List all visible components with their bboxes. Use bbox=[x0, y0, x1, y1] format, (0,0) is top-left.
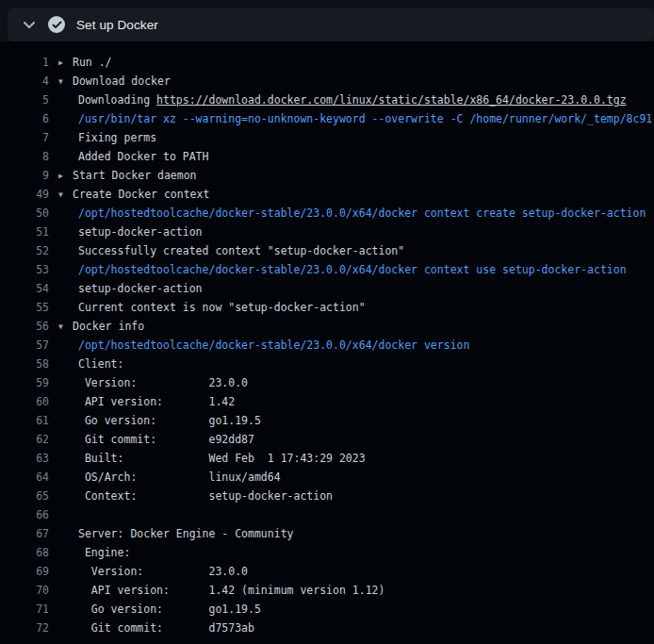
line-content: Server: Docker Engine - Community bbox=[78, 524, 293, 543]
line-number-link[interactable]: 69 bbox=[0, 562, 49, 581]
line-number-link[interactable]: 50 bbox=[0, 204, 49, 223]
log-link[interactable]: https://download.docker.com/linux/static… bbox=[156, 93, 627, 107]
log-text: setup-docker-action bbox=[78, 225, 203, 239]
log-text: Git commit: d7573ab bbox=[78, 621, 254, 635]
log-line: 54 setup-docker-action bbox=[0, 279, 654, 298]
log-line: 63 Built: Wed Feb 1 17:43:29 2023 bbox=[0, 449, 654, 468]
line-number-link[interactable]: 65 bbox=[0, 487, 49, 505]
command-text: /usr/bin/tar xz --warning=no-unknown-key… bbox=[78, 112, 652, 125]
line-number-link[interactable]: 64 bbox=[0, 468, 49, 487]
log-header-zone: Set up Docker bbox=[0, 0, 654, 41]
log-group-line[interactable]: 56 ▼Docker info bbox=[0, 317, 654, 336]
line-number-link[interactable]: 51 bbox=[0, 223, 49, 241]
line-number-link[interactable]: 1 bbox=[0, 53, 49, 72]
line-content: /opt/hostedtoolcache/docker-stable/23.0.… bbox=[78, 336, 469, 355]
line-content: ▶Run ./ bbox=[58, 53, 112, 72]
line-number-link[interactable]: 67 bbox=[0, 524, 49, 543]
line-number-link[interactable]: 5 bbox=[0, 91, 49, 109]
log-group-line[interactable]: 1 ▶Run ./ bbox=[0, 53, 654, 72]
log-line: 51 setup-docker-action bbox=[0, 223, 654, 241]
log-text: Context: setup-docker-action bbox=[78, 489, 333, 503]
log-group-line[interactable]: 4 ▼Download docker bbox=[0, 72, 654, 91]
line-content: Downloading https://download.docker.com/… bbox=[78, 91, 627, 109]
group-title: Run ./ bbox=[73, 56, 112, 69]
line-content: /opt/hostedtoolcache/docker-stable/23.0.… bbox=[78, 260, 627, 279]
log-text: Server: Docker Engine - Community bbox=[78, 527, 293, 540]
line-content: setup-docker-action bbox=[78, 279, 203, 298]
log-text: Version: 23.0.0 bbox=[78, 376, 248, 389]
check-circle-icon bbox=[48, 16, 65, 33]
log-line: 62 Git commit: e92dd87 bbox=[0, 430, 654, 449]
command-text: /opt/hostedtoolcache/docker-stable/23.0.… bbox=[78, 339, 469, 352]
line-number-link[interactable]: 8 bbox=[0, 147, 49, 166]
log-line: 72 Git commit: d7573ab bbox=[0, 619, 654, 637]
line-content: Context: setup-docker-action bbox=[78, 487, 333, 505]
triangle-down-icon[interactable]: ▼ bbox=[58, 73, 73, 91]
command-text: /opt/hostedtoolcache/docker-stable/23.0.… bbox=[78, 206, 646, 220]
line-number-link[interactable]: 68 bbox=[0, 543, 49, 562]
triangle-down-icon[interactable]: ▼ bbox=[58, 186, 73, 204]
line-number-link[interactable]: 52 bbox=[0, 241, 49, 260]
log-line: 5 Downloading https://download.docker.co… bbox=[0, 91, 654, 109]
log-line: 58 Client: bbox=[0, 355, 654, 373]
line-content: Git commit: d7573ab bbox=[78, 619, 254, 637]
log-line: 50 /opt/hostedtoolcache/docker-stable/23… bbox=[0, 204, 654, 223]
line-number-link[interactable]: 49 bbox=[0, 185, 49, 204]
log-group-line[interactable]: 9 ▶Start Docker daemon bbox=[0, 166, 654, 185]
log-line: 6 /usr/bin/tar xz --warning=no-unknown-k… bbox=[0, 109, 654, 128]
log-line: 61 Go version: go1.19.5 bbox=[0, 411, 654, 430]
line-number-link[interactable]: 61 bbox=[0, 411, 49, 430]
line-number-link[interactable]: 59 bbox=[0, 373, 49, 392]
group-title: Download docker bbox=[73, 74, 171, 88]
line-number-link[interactable]: 4 bbox=[0, 72, 49, 91]
line-number-link[interactable]: 57 bbox=[0, 336, 49, 355]
line-number-link[interactable]: 63 bbox=[0, 449, 49, 468]
log-text: Client: bbox=[78, 357, 123, 371]
line-number-link[interactable]: 55 bbox=[0, 298, 49, 317]
log-group-line[interactable]: 49 ▼Create Docker context bbox=[0, 185, 654, 204]
line-content: Go version: go1.19.5 bbox=[78, 411, 261, 430]
triangle-right-icon[interactable]: ▶ bbox=[58, 54, 73, 72]
line-number-link[interactable]: 70 bbox=[0, 581, 49, 600]
chevron-down-icon[interactable] bbox=[23, 21, 36, 29]
line-number-link[interactable]: 62 bbox=[0, 430, 49, 449]
log-line: 7 Fixing perms bbox=[0, 128, 654, 147]
line-number-link[interactable]: 53 bbox=[0, 260, 49, 279]
line-number-link[interactable]: 6 bbox=[0, 109, 49, 128]
log-text: Successfully created context "setup-dock… bbox=[78, 244, 404, 257]
log-text: Version: 23.0.0 bbox=[78, 565, 248, 578]
line-number-link[interactable]: 60 bbox=[0, 392, 49, 411]
log-text: API version: 1.42 (minimum version 1.12) bbox=[78, 584, 384, 597]
line-number-link[interactable]: 58 bbox=[0, 355, 49, 373]
step-header[interactable]: Set up Docker bbox=[8, 8, 654, 41]
line-number-link[interactable]: 7 bbox=[0, 128, 49, 147]
log-line: 60 API version: 1.42 bbox=[0, 392, 654, 411]
line-number-link[interactable]: 54 bbox=[0, 279, 49, 298]
log-text: API version: 1.42 bbox=[78, 395, 235, 408]
log-line: 67 Server: Docker Engine - Community bbox=[0, 524, 654, 543]
line-number-link[interactable]: 72 bbox=[0, 619, 49, 637]
line-number-link[interactable]: 9 bbox=[0, 166, 49, 185]
line-content: ▶Start Docker daemon bbox=[58, 166, 197, 185]
line-number-link[interactable]: 66 bbox=[0, 505, 49, 524]
log-text: Built: Wed Feb 1 17:43:29 2023 bbox=[78, 452, 366, 465]
log-line: 53 /opt/hostedtoolcache/docker-stable/23… bbox=[0, 260, 654, 279]
line-number-link[interactable]: 71 bbox=[0, 600, 49, 619]
line-content: Built: Wed Feb 1 17:43:29 2023 bbox=[78, 449, 366, 468]
log-line: 70 API version: 1.42 (minimum version 1.… bbox=[0, 581, 654, 600]
log-line: 66 bbox=[0, 505, 654, 524]
line-content: /opt/hostedtoolcache/docker-stable/23.0.… bbox=[78, 204, 646, 223]
triangle-right-icon[interactable]: ▶ bbox=[58, 167, 73, 185]
log-line: 68 Engine: bbox=[0, 543, 654, 562]
line-content: API version: 1.42 bbox=[78, 392, 235, 411]
log-line: 71 Go version: go1.19.5 bbox=[0, 600, 654, 619]
log-text: Added Docker to PATH bbox=[78, 150, 208, 163]
log-line: 57 /opt/hostedtoolcache/docker-stable/23… bbox=[0, 336, 654, 355]
triangle-down-icon[interactable]: ▼ bbox=[58, 318, 73, 336]
log-text: Go version: go1.19.5 bbox=[78, 603, 261, 616]
line-number-link[interactable]: 56 bbox=[0, 317, 49, 336]
line-content: Version: 23.0.0 bbox=[78, 373, 248, 392]
step-title: Set up Docker bbox=[76, 18, 158, 32]
log-line: 55 Current context is now "setup-docker-… bbox=[0, 298, 654, 317]
log-line: 8 Added Docker to PATH bbox=[0, 147, 654, 166]
